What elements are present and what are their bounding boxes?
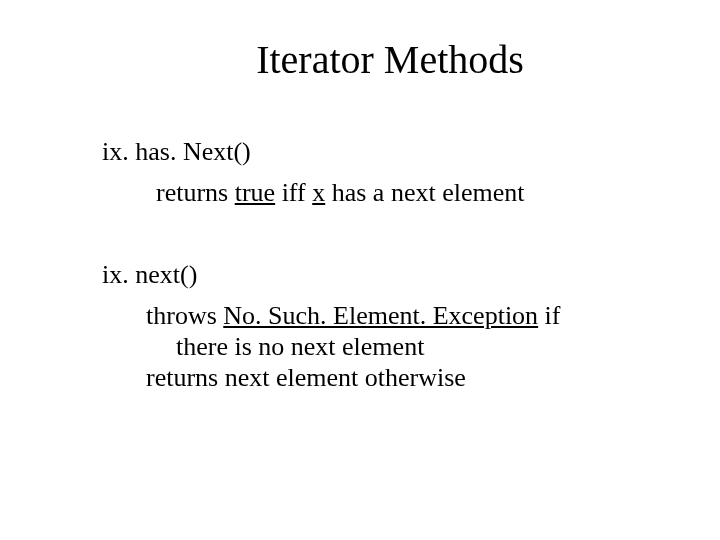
method1-body-true: true [235,178,275,207]
method1-heading: ix. has. Next() [102,137,660,167]
method2-line2: there is no next element [176,331,660,362]
method2-line1-post: if [538,301,560,330]
method1-body-x: x [312,178,325,207]
slide-title: Iterator Methods [120,36,660,83]
method1-body-post: has a next element [325,178,524,207]
slide-container: Iterator Methods ix. has. Next() returns… [0,0,720,540]
method1-body-mid: iff [275,178,312,207]
method1-body: returns true iff x has a next element [156,177,660,210]
method2-line1-pre: throws [146,301,223,330]
method2-line1: throws No. Such. Element. Exception if [146,300,660,331]
method2-body: throws No. Such. Element. Exception if t… [146,300,660,394]
method2-line3: returns next element otherwise [146,362,660,393]
method2-line1-exception: No. Such. Element. Exception [223,301,538,330]
method2-heading: ix. next() [102,260,660,290]
method1-body-pre: returns [156,178,235,207]
